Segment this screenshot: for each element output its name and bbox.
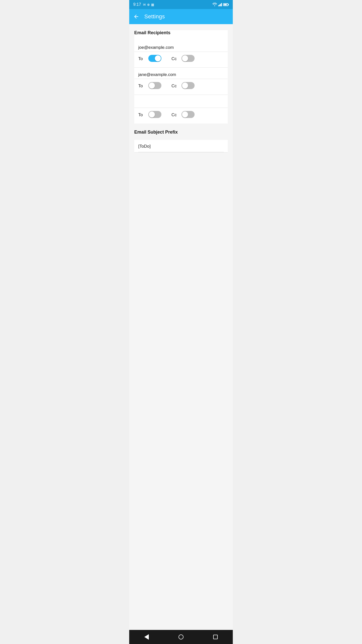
sd-card-icon: ▦ (151, 3, 154, 7)
app-bar: Settings (129, 9, 233, 24)
main-content: Email Recipients joe@example.com To Cc j… (129, 24, 233, 630)
email-subject-prefix-title: Email Subject Prefix (134, 130, 228, 135)
recipient-1-to-toggle-wrapper (148, 55, 161, 63)
recipient-1-toggle-row: To Cc (134, 52, 228, 67)
battery-icon (223, 3, 229, 6)
recipient-2-to-toggle[interactable] (148, 82, 161, 89)
email-recipients-title: Email Recipients (134, 30, 228, 35)
recipient-1-cc-thumb (182, 55, 188, 61)
recipient-3-to-toggle[interactable] (148, 111, 161, 118)
recipient-1-cc-toggle[interactable] (182, 55, 195, 62)
nav-back-button[interactable] (139, 632, 154, 642)
subject-prefix-input-row: [ToDo] (134, 140, 228, 152)
recipient-2-to-label: To (138, 84, 148, 89)
nav-recent-button[interactable] (208, 632, 223, 642)
recipient-1-to-label: To (138, 56, 148, 61)
recipient-2-email-row: jane@example.com (134, 68, 228, 79)
recipient-1-email: joe@example.com (138, 45, 174, 50)
recipient-1-cc-label: Cc (171, 56, 182, 61)
recipient-3-email-row (134, 95, 228, 108)
recipient-2-email: jane@example.com (138, 72, 176, 77)
app-bar-title: Settings (144, 13, 165, 20)
signal-icon (218, 3, 222, 6)
nav-home-button[interactable] (173, 632, 189, 642)
recipient-2-cc-label: Cc (171, 84, 182, 89)
subject-prefix-value[interactable]: [ToDo] (138, 144, 224, 152)
recipient-1-cc-toggle-wrapper (182, 55, 195, 63)
recipient-2-to-toggle-wrapper (148, 82, 161, 90)
nav-bar (129, 630, 233, 644)
gmail-icon: ✉ (143, 3, 146, 7)
recipient-3-cc-thumb (182, 111, 188, 117)
status-bar: 9:17 ✉ ⊕ ▦ (129, 0, 233, 9)
recent-square-icon (213, 635, 218, 639)
recipient-2-toggle-row: To Cc (134, 79, 228, 95)
recipient-3-cc-toggle[interactable] (182, 111, 195, 118)
back-triangle-icon (144, 634, 149, 640)
recipient-3-toggle-row: To Cc (134, 108, 228, 124)
email-recipients-section: Email Recipients joe@example.com To Cc j… (134, 30, 228, 124)
recipient-2-cc-toggle-wrapper (182, 82, 195, 90)
status-bar-right (212, 3, 229, 6)
recipient-2-cc-toggle[interactable] (182, 82, 195, 89)
status-bar-left: 9:17 ✉ ⊕ ▦ (133, 2, 154, 7)
wifi-icon (212, 3, 217, 6)
vpn-icon: ⊕ (147, 3, 150, 7)
recipient-3-to-toggle-wrapper (148, 111, 161, 119)
recipient-1-to-toggle[interactable] (148, 55, 161, 62)
recipient-1-email-row: joe@example.com (134, 41, 228, 52)
recipient-3-cc-label: Cc (171, 112, 182, 117)
recipient-2-cc-thumb (182, 83, 188, 89)
status-icons: ✉ ⊕ ▦ (143, 3, 154, 7)
recipient-2-to-thumb (149, 83, 155, 89)
home-circle-icon (178, 634, 184, 639)
recipient-3-cc-toggle-wrapper (182, 111, 195, 119)
recipient-3-to-label: To (138, 112, 148, 117)
status-time: 9:17 (133, 2, 141, 7)
recipient-1-to-thumb (155, 55, 161, 61)
recipient-3-to-thumb (149, 111, 155, 117)
svg-point-0 (214, 6, 215, 6)
back-button[interactable] (133, 14, 139, 20)
email-subject-prefix-section: Email Subject Prefix [ToDo] (134, 130, 228, 152)
